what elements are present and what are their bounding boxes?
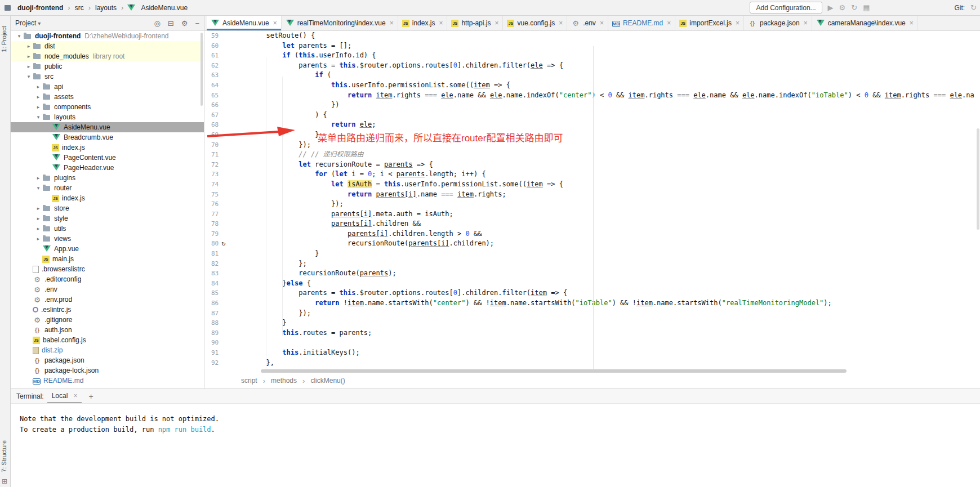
tree-item[interactable]: PageHeader.vue	[11, 163, 204, 173]
project-tool-window-button[interactable]: 1: Project	[1, 26, 10, 52]
tree-item[interactable]: ▸assets	[11, 92, 204, 102]
chevron-right-icon[interactable]: ▸	[34, 226, 42, 231]
project-view-selector[interactable]: Project	[15, 19, 36, 27]
tree-item[interactable]: ▸views	[11, 234, 204, 244]
editor-tab[interactable]: JSimportExcel.js×	[675, 16, 744, 30]
project-tree[interactable]: ▾duoji-frontendD:\zheheWeb\duoji-fronten…	[11, 31, 204, 388]
editor-tab[interactable]: realTimeMonitoring\index.vue×	[282, 16, 398, 30]
tree-item[interactable]: ▾router	[11, 183, 204, 193]
chevron-right-icon[interactable]: ▸	[34, 216, 42, 221]
horizontal-scrollbar[interactable]	[204, 369, 980, 373]
vertical-scrollbar[interactable]	[977, 128, 979, 230]
tree-item[interactable]: .browserslistrc	[11, 264, 204, 274]
tree-item[interactable]: ⚙.editorconfig	[11, 274, 204, 284]
tree-item[interactable]: AsideMenu.vue	[11, 122, 204, 132]
tree-item[interactable]: ⚙.env.prod	[11, 294, 204, 305]
chevron-right-icon[interactable]: ▸	[34, 175, 42, 181]
tree-item[interactable]: ▾src	[11, 72, 204, 82]
tree-item[interactable]: ⚙.gitignore	[11, 315, 204, 325]
editor-tab[interactable]: MDREADME.md×	[608, 16, 675, 30]
tree-item[interactable]: ▸style	[11, 213, 204, 224]
chevron-right-icon[interactable]: ▸	[34, 84, 42, 90]
chevron-right-icon[interactable]: ▸	[34, 236, 42, 242]
close-icon[interactable]: ×	[439, 19, 443, 27]
chevron-down-icon[interactable]: ▾	[34, 185, 42, 191]
tree-item[interactable]: PageContent.vue	[11, 153, 204, 163]
tree-item[interactable]: ▸utils	[11, 224, 204, 234]
tree-item[interactable]: JSmain.js	[11, 254, 204, 264]
editor-tab[interactable]: ⚙.env×	[567, 16, 608, 30]
tree-item[interactable]: {}package-lock.json	[11, 365, 204, 376]
update-project-icon[interactable]: ↻	[851, 3, 857, 12]
tree-item[interactable]: ⚙.env	[11, 284, 204, 294]
tree-item[interactable]: App.vue	[11, 244, 204, 254]
tree-item[interactable]: JSbabel.config.js	[11, 335, 204, 345]
tree-item[interactable]: JSindex.js	[11, 142, 204, 153]
tree-item[interactable]: dist.zip	[11, 345, 204, 355]
breadcrumb-item[interactable]: layouts	[94, 4, 118, 12]
close-icon[interactable]: ×	[559, 19, 563, 27]
git-branch-label[interactable]: Git:	[954, 4, 965, 12]
settings-icon[interactable]: ⚙	[839, 3, 846, 12]
editor-tab[interactable]: JSindex.js×	[398, 16, 448, 30]
editor-tab[interactable]: {}package.json×	[744, 16, 812, 30]
chevron-right-icon[interactable]: ▸	[25, 43, 33, 49]
editor-tab[interactable]: JSvue.config.js×	[503, 16, 567, 30]
project-scrollbar[interactable]	[201, 33, 203, 106]
tree-item[interactable]: {}auth.json	[11, 325, 204, 335]
chevron-right-icon[interactable]: ▸	[34, 205, 42, 211]
gear-icon[interactable]: ⚙	[181, 19, 188, 28]
chevron-down-icon[interactable]: ▾	[34, 114, 42, 120]
close-icon[interactable]: ×	[273, 19, 277, 27]
tree-item[interactable]: .eslintrc.js	[11, 305, 204, 315]
tool-windows-icon[interactable]: ▦	[863, 3, 870, 12]
close-icon[interactable]: ×	[804, 19, 808, 27]
scrollbar-thumb[interactable]	[261, 369, 847, 373]
close-icon[interactable]: ×	[600, 19, 604, 27]
chevron-down-icon[interactable]: ▾	[25, 74, 33, 79]
tool-window-switcher-icon[interactable]: ⊞	[2, 477, 7, 485]
breadcrumb-item[interactable]: duoji-frontend	[16, 4, 64, 12]
tree-item[interactable]: ▾layouts	[11, 112, 204, 122]
locate-file-icon[interactable]: ◎	[154, 19, 161, 28]
tree-item[interactable]: ▸public	[11, 61, 204, 72]
hide-panel-icon[interactable]: −	[195, 19, 199, 28]
tree-item[interactable]: ▸plugins	[11, 173, 204, 183]
close-icon[interactable]: ×	[390, 19, 394, 27]
editor-tab[interactable]: AsideMenu.vue×	[207, 16, 282, 30]
recursive-call-icon[interactable]: ↻	[221, 239, 225, 249]
editor-tab[interactable]: cameraManage\index.vue×	[812, 16, 918, 30]
tree-item[interactable]: MDREADME.md	[11, 376, 204, 386]
breadcrumb-item[interactable]: script	[241, 377, 257, 385]
chevron-right-icon[interactable]: ▸	[25, 64, 33, 69]
structure-tool-window-button[interactable]: 7: Structure	[1, 440, 10, 472]
tree-item[interactable]: ▸store	[11, 203, 204, 213]
terminal-tab-local[interactable]: Local ×	[47, 390, 82, 403]
tree-item[interactable]: Breadcrumb.vue	[11, 132, 204, 142]
chevron-right-icon[interactable]: ▸	[34, 94, 42, 100]
add-configuration-button[interactable]: Add Configuration...	[750, 2, 822, 14]
chevron-right-icon[interactable]: ▸	[34, 104, 42, 110]
terminal-output[interactable]: Note that the development build is not o…	[11, 404, 980, 435]
run-icon[interactable]: ▶	[828, 3, 834, 12]
breadcrumb-item[interactable]: AsideMenu.vue	[140, 4, 189, 12]
chevron-down-icon[interactable]: ▾	[15, 33, 23, 39]
close-icon[interactable]: ×	[495, 19, 498, 27]
tree-item[interactable]: ▸components	[11, 102, 204, 112]
tree-item[interactable]: ▸node_moduleslibrary root	[11, 51, 204, 61]
tree-item[interactable]: {}package.json	[11, 355, 204, 365]
breadcrumb-item[interactable]: clickMenu()	[310, 377, 345, 385]
breadcrumb-item[interactable]: src	[74, 4, 85, 12]
vcs-update-icon[interactable]: ↻	[970, 3, 977, 12]
close-icon[interactable]: ×	[736, 19, 740, 27]
collapse-all-icon[interactable]: ⊟	[168, 19, 174, 28]
tree-item[interactable]: ▸api	[11, 82, 204, 92]
tree-item[interactable]: JSindex.js	[11, 193, 204, 203]
close-icon[interactable]: ×	[667, 19, 671, 27]
editor-tab[interactable]: JShttp-api.js×	[447, 16, 503, 30]
tree-item[interactable]: ▾duoji-frontendD:\zheheWeb\duoji-fronten…	[11, 31, 204, 41]
close-icon[interactable]: ×	[73, 392, 77, 400]
new-terminal-button[interactable]: +	[88, 392, 93, 401]
chevron-right-icon[interactable]: ▸	[25, 53, 33, 59]
tree-item[interactable]: ▸dist	[11, 41, 204, 51]
